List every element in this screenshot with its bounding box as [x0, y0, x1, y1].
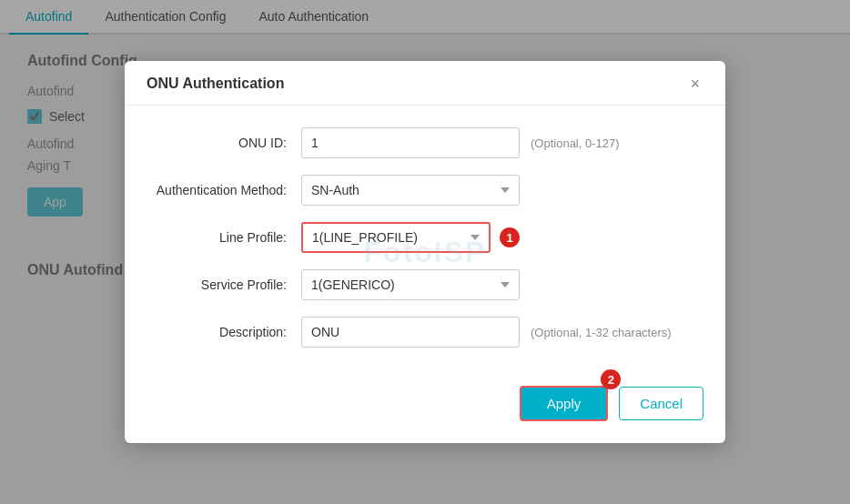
description-label: Description: [147, 325, 301, 339]
service-profile-control: 1(GENERICO) 2(GENERICO2) [301, 269, 520, 300]
line-profile-control: 1(LINE_PROFILE) 2(LINE_PROFILE2) 1 [301, 222, 520, 253]
dialog-footer: Apply 2 Cancel [125, 373, 725, 443]
service-profile-row: Service Profile: 1(GENERICO) 2(GENERICO2… [147, 269, 703, 300]
onu-id-hint: (Optional, 0-127) [531, 136, 620, 150]
auth-method-row: Authentication Method: SN-Auth Password-… [147, 175, 703, 206]
dialog-close-button[interactable]: × [686, 76, 703, 92]
service-profile-select[interactable]: 1(GENERICO) 2(GENERICO2) [301, 269, 520, 300]
page-background: Autofind Authentication Config Auto Auth… [0, 0, 850, 504]
onu-id-input[interactable] [301, 127, 520, 158]
modal-overlay: ONU Authentication × ONU ID: (Optional, … [0, 0, 850, 504]
dialog-body: ONU ID: (Optional, 0-127) Authentication… [125, 106, 725, 373]
onu-id-row: ONU ID: (Optional, 0-127) [147, 127, 703, 158]
auth-method-label: Authentication Method: [147, 183, 301, 197]
description-control [301, 317, 520, 348]
apply-button-wrapper: Apply 2 [520, 386, 609, 421]
cancel-button[interactable]: Cancel [619, 387, 703, 420]
onu-id-control [301, 127, 520, 158]
auth-method-control: SN-Auth Password-Auth SN-Password [301, 175, 520, 206]
onu-id-label: ONU ID: [147, 136, 301, 150]
auth-method-select[interactable]: SN-Auth Password-Auth SN-Password [301, 175, 520, 206]
description-input[interactable] [301, 317, 520, 348]
line-profile-select[interactable]: 1(LINE_PROFILE) 2(LINE_PROFILE2) [301, 222, 491, 253]
dialog-title: ONU Authentication [147, 76, 284, 92]
apply-badge: 2 [601, 369, 621, 389]
description-hint: (Optional, 1-32 characters) [531, 326, 672, 339]
description-row: Description: (Optional, 1-32 characters) [147, 317, 703, 348]
line-profile-label: Line Profile: [147, 230, 301, 245]
apply-button[interactable]: Apply [520, 386, 609, 421]
service-profile-label: Service Profile: [147, 277, 301, 292]
onu-auth-dialog: ONU Authentication × ONU ID: (Optional, … [125, 61, 725, 443]
line-profile-badge: 1 [500, 227, 520, 247]
line-profile-row: Line Profile: 1(LINE_PROFILE) 2(LINE_PRO… [147, 222, 703, 253]
dialog-header: ONU Authentication × [125, 61, 725, 106]
